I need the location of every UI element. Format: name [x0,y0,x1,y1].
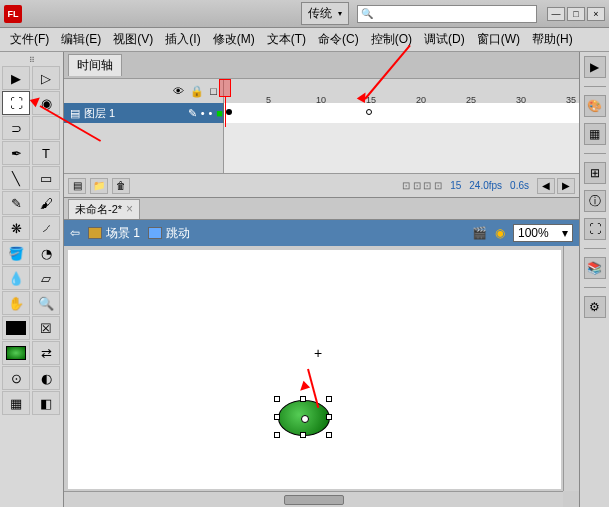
vertical-scrollbar[interactable] [563,246,579,491]
bone-tool[interactable]: ⟋ [32,216,60,240]
document-tab[interactable]: 未命名-2* × [68,199,140,219]
horizontal-scrollbar[interactable] [64,491,563,507]
close-tab-icon[interactable]: × [126,202,133,216]
option-tool-3[interactable]: ◧ [32,391,60,415]
handle-bl[interactable] [274,432,280,438]
fps-display: 24.0fps [469,180,502,191]
maximize-button[interactable]: □ [567,7,585,21]
menu-help[interactable]: 帮助(H) [528,29,577,50]
deco-tool[interactable]: ❋ [2,216,30,240]
menu-insert[interactable]: 插入(I) [161,29,204,50]
frames-area[interactable] [224,103,579,123]
paint-bucket-tool[interactable]: 🪣 [2,241,30,265]
pen-tool[interactable]: ✒ [2,141,30,165]
info-panel-icon[interactable]: ⓘ [584,190,606,212]
scroll-right[interactable]: ▶ [557,178,575,194]
search-icon: 🔍 [361,8,373,19]
search-input[interactable] [375,8,533,20]
search-box[interactable]: 🔍 [357,5,537,23]
components-panel-icon[interactable]: ⚙ [584,296,606,318]
symbol-select-icon[interactable]: ◉ [495,226,505,240]
zoom-dropdown[interactable]: 100% ▾ [513,224,573,242]
handle-ml[interactable] [274,414,280,420]
line-tool[interactable]: ╲ [2,166,30,190]
zoom-value: 100% [518,226,549,240]
handle-tl[interactable] [274,396,280,402]
blank-tool [32,116,60,140]
option-tool-2[interactable]: ▦ [2,391,30,415]
keyframe-1[interactable] [226,109,232,115]
menu-file[interactable]: 文件(F) [6,29,53,50]
lasso-tool[interactable]: ⊃ [2,116,30,140]
symbol-crumb[interactable]: 跳动 [148,225,190,242]
layer-name[interactable]: 图层 1 [84,106,115,121]
menu-edit[interactable]: 编辑(E) [57,29,105,50]
handle-mr[interactable] [326,414,332,420]
color-panel-icon[interactable]: 🎨 [584,95,606,117]
workspace-label: 传统 [308,5,332,22]
swap-colors[interactable]: ⇄ [32,341,60,365]
workspace-dropdown[interactable]: 传统 ▾ [301,2,349,25]
scroll-thumb[interactable] [284,495,344,505]
eraser-tool[interactable]: ▱ [32,266,60,290]
new-layer-button[interactable]: ▤ [68,178,86,194]
transform-panel-icon[interactable]: ⛶ [584,218,606,240]
outline-icon[interactable]: □ [210,85,217,97]
scene-label: 场景 1 [106,225,140,242]
eyedropper-tool[interactable]: 💧 [2,266,30,290]
fill-color[interactable] [2,341,30,365]
align-panel-icon[interactable]: ⊞ [584,162,606,184]
symbol-icon [148,227,162,239]
swatches-panel-icon[interactable]: ▦ [584,123,606,145]
brush-tool[interactable]: 🖌 [32,191,60,215]
layer-row[interactable]: ▤ 图层 1 ✎ • • ■ [64,103,579,123]
selection-tool[interactable]: ▶ [2,66,30,90]
pencil-tool[interactable]: ✎ [2,191,30,215]
zoom-tool[interactable]: 🔍 [32,291,60,315]
library-panel-icon[interactable]: 📚 [584,257,606,279]
transform-origin[interactable] [301,415,309,423]
menu-text[interactable]: 文本(T) [263,29,310,50]
minimize-button[interactable]: — [547,7,565,21]
delete-layer-button[interactable]: 🗑 [112,178,130,194]
menu-debug[interactable]: 调试(D) [420,29,469,50]
close-button[interactable]: × [587,7,605,21]
chevron-down-icon: ▾ [562,226,568,240]
stage[interactable]: + ▼ [68,250,561,489]
menu-window[interactable]: 窗口(W) [473,29,524,50]
timeline-tab[interactable]: 时间轴 [68,54,122,76]
menu-modify[interactable]: 修改(M) [209,29,259,50]
properties-panel-icon[interactable]: ▶ [584,56,606,78]
snap-tool[interactable]: ⊙ [2,366,30,390]
subselection-tool[interactable]: ▷ [32,66,60,90]
scroll-left[interactable]: ◀ [537,178,555,194]
document-name: 未命名-2* [75,202,122,217]
scene-crumb[interactable]: 场景 1 [88,225,140,242]
onion-skin-icon[interactable]: ⊡ ⊡ ⊡ ⊡ [402,180,442,191]
dot-icon-2: • [208,107,212,119]
current-frame: 15 [450,180,461,191]
scene-select-icon[interactable]: 🎬 [472,226,487,240]
option-tool[interactable]: ◐ [32,366,60,390]
app-logo: FL [4,5,22,23]
lock-icon[interactable]: 🔒 [190,85,204,98]
panel-grip[interactable]: ⠿ [2,56,61,66]
keyframe-15[interactable] [366,109,372,115]
stroke-color[interactable] [2,316,30,340]
no-color[interactable]: ☒ [32,316,60,340]
menu-view[interactable]: 视图(V) [109,29,157,50]
eye-icon[interactable]: 👁 [173,85,184,97]
menu-commands[interactable]: 命令(C) [314,29,363,50]
layer-icon: ▤ [70,107,80,120]
back-arrow-icon[interactable]: ⇦ [70,226,80,240]
handle-br[interactable] [326,432,332,438]
text-tool[interactable]: T [32,141,60,165]
timeline-panel: 时间轴 👁 🔒 □ 5 10 15 20 25 30 [64,52,579,198]
rectangle-tool[interactable]: ▭ [32,166,60,190]
handle-bc[interactable] [300,432,306,438]
hand-tool[interactable]: ✋ [2,291,30,315]
handle-tr[interactable] [326,396,332,402]
oval-shape[interactable] [278,400,330,436]
ink-bottle-tool[interactable]: ◔ [32,241,60,265]
new-folder-button[interactable]: 📁 [90,178,108,194]
